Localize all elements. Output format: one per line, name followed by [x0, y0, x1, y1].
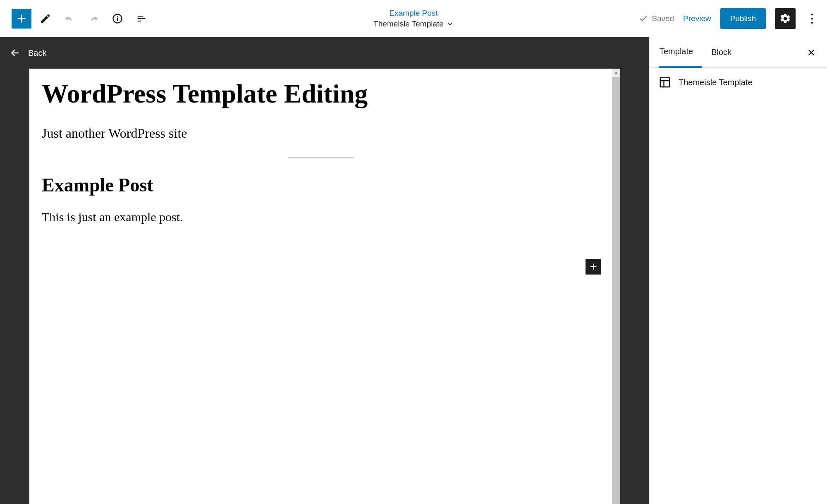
layout-icon	[659, 76, 671, 88]
scroll-up-arrow[interactable]	[612, 69, 620, 77]
template-item[interactable]: Themeisle Template	[659, 76, 818, 88]
settings-button[interactable]	[775, 8, 796, 29]
separator[interactable]	[288, 158, 354, 158]
saved-indicator: Saved	[638, 14, 674, 24]
triangle-up-icon	[614, 71, 618, 75]
details-button[interactable]	[108, 9, 127, 29]
preview-button[interactable]: Preview	[683, 14, 711, 23]
scroll-thumb[interactable]	[612, 77, 620, 504]
back-button[interactable]: Back	[0, 37, 649, 69]
header-left	[12, 9, 155, 29]
svg-rect-1	[117, 17, 118, 21]
svg-rect-2	[117, 16, 118, 17]
info-icon	[112, 13, 123, 24]
plus-icon	[589, 262, 598, 271]
svg-rect-6	[660, 78, 670, 87]
sidebar-tabs: Template Block	[650, 37, 827, 68]
close-icon	[807, 48, 816, 57]
saved-label: Saved	[652, 14, 674, 23]
publish-button[interactable]: Publish	[720, 8, 766, 29]
canvas-scrollbar[interactable]	[612, 69, 620, 504]
site-tagline[interactable]: Just another WordPress site	[42, 126, 600, 141]
site-title[interactable]: WordPress Template Editing	[42, 79, 600, 109]
svg-point-3	[811, 13, 813, 15]
redo-button[interactable]	[84, 9, 103, 29]
plus-icon	[16, 13, 27, 24]
main-area: Back WordPress Template Editing Just ano…	[0, 37, 827, 504]
tab-template[interactable]: Template	[659, 38, 702, 68]
gear-icon	[779, 13, 791, 24]
canvas-container: WordPress Template Editing Just another …	[29, 69, 620, 504]
list-view-button[interactable]	[131, 9, 151, 29]
post-title[interactable]: Example Post	[42, 174, 600, 196]
list-view-icon	[136, 13, 147, 24]
settings-sidebar: Template Block Themeisle Template	[649, 37, 827, 504]
dots-vertical-icon	[811, 13, 813, 24]
svg-point-4	[811, 17, 813, 19]
header-right: Saved Preview Publish	[638, 8, 820, 29]
add-block-inline-button[interactable]	[586, 259, 601, 275]
sidebar-body: Themeisle Template	[650, 68, 827, 97]
document-header: Example Post Themeisle Template	[373, 9, 454, 29]
more-options-button[interactable]	[805, 9, 820, 29]
arrow-left-icon	[9, 47, 21, 59]
check-icon	[638, 14, 648, 24]
svg-point-5	[811, 21, 813, 24]
add-block-toolbar-button[interactable]	[12, 9, 31, 29]
template-item-label: Themeisle Template	[679, 78, 753, 87]
close-sidebar-button[interactable]	[805, 46, 818, 59]
post-body[interactable]: This is just an example post.	[42, 210, 600, 224]
undo-icon	[64, 13, 75, 24]
top-header: Example Post Themeisle Template Saved Pr…	[0, 0, 827, 37]
editor-canvas[interactable]: WordPress Template Editing Just another …	[29, 69, 612, 504]
template-name-label: Themeisle Template	[373, 19, 444, 29]
editor-wrapper: Back WordPress Template Editing Just ano…	[0, 37, 649, 504]
undo-button[interactable]	[60, 9, 79, 29]
pencil-icon	[40, 13, 51, 24]
back-label: Back	[28, 48, 46, 58]
document-title-link[interactable]: Example Post	[389, 9, 437, 18]
template-dropdown[interactable]: Themeisle Template	[373, 19, 454, 29]
chevron-down-icon	[446, 20, 454, 28]
tools-button[interactable]	[36, 9, 55, 29]
tab-block[interactable]: Block	[702, 37, 741, 67]
redo-icon	[88, 13, 99, 24]
